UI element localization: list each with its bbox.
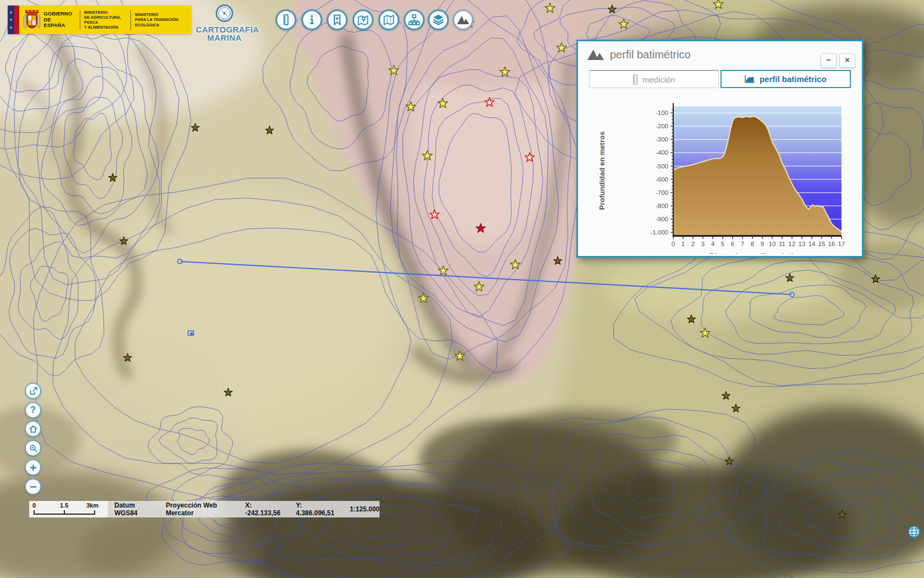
panel-title: perfil batimétrico: [610, 48, 691, 61]
scalebar-tick: [34, 510, 35, 515]
ruler-icon: [279, 13, 293, 26]
home-button[interactable]: [25, 421, 41, 437]
plus-icon: [29, 463, 38, 472]
info-icon: [305, 13, 318, 26]
globe-button[interactable]: [908, 525, 921, 541]
tab-medicion-label: medición: [642, 75, 675, 84]
x-tick-label: 0: [672, 241, 675, 247]
toolbar-bookmark-add-button[interactable]: [327, 9, 348, 30]
ministerio-transicion-label: MINISTERIOPARA LA TRANSICIÓN ECOLÓGICA: [135, 12, 191, 27]
folded-map-icon: [382, 13, 395, 26]
scalebar-mid: 1.5: [60, 502, 68, 509]
x-tick-label: 7: [741, 241, 744, 247]
status-bar: Datum WGS84 Proyección Web Mercator X: -…: [108, 501, 380, 517]
y-tick-label: -300: [656, 136, 668, 143]
tab-perfil-batimetrico[interactable]: perfil batimétrico: [721, 70, 851, 88]
toolbar-sitemap-button[interactable]: [404, 9, 425, 30]
help-button[interactable]: ?: [25, 402, 41, 418]
government-banner: ★★★ GOBIERNODE ESPAÑA MINISTERIODE AGRIC…: [8, 6, 191, 34]
mountain-icon: [456, 13, 470, 27]
gobierno-label: GOBIERNODE ESPAÑA: [43, 11, 72, 29]
x-tick-label: 15: [818, 241, 826, 247]
panel-header[interactable]: perfil batimétrico − ×: [578, 41, 862, 68]
x-tick-label: 2: [691, 241, 695, 247]
zoom-extent-button[interactable]: [25, 440, 41, 456]
brand-line1: CARTOGRAFIA: [196, 25, 253, 34]
help-glyph: ?: [30, 405, 36, 415]
flag-red-stripe: [14, 6, 20, 34]
sitemap-icon: [408, 13, 421, 26]
bookmark-add-icon: [331, 13, 344, 26]
coord-y: Y: 4.386.096,51: [296, 501, 334, 517]
toolbar-folded-map-button[interactable]: [378, 9, 399, 30]
x-tick-label: 10: [769, 241, 776, 247]
map-stage[interactable]: ★★★ GOBIERNODE ESPAÑA MINISTERIODE AGRIC…: [0, 0, 924, 578]
brand-line2: MARINA: [196, 34, 253, 42]
x-tick-label: 8: [751, 241, 754, 247]
x-tick-label: 3: [701, 241, 705, 247]
x-axis-title: Distancia en millas náuticas: [710, 252, 805, 254]
bathymetric-profile-panel: perfil batimétrico − × medición perfil b…: [576, 40, 864, 258]
profile-chart: -100-200-300-400-500-600-700-800-900-1.0…: [582, 91, 857, 256]
divider: [130, 10, 131, 30]
share-icon: [29, 386, 38, 396]
map-scalebar: 0 1.5 3km: [29, 501, 108, 517]
y-tick-label: -700: [656, 189, 668, 196]
y-tick-label: -800: [656, 203, 668, 209]
x-tick-label: 13: [799, 241, 806, 247]
minimize-button[interactable]: −: [821, 53, 837, 68]
globe-icon: [908, 525, 921, 538]
panel-tabs: medición perfil batimétrico: [589, 70, 851, 88]
mountain-icon: [587, 48, 604, 61]
y-tick-label: -200: [656, 123, 668, 129]
y-tick-label: -400: [656, 149, 668, 156]
x-tick-label: 4: [711, 241, 715, 247]
y-tick-label: -600: [656, 176, 668, 183]
x-tick-label: 5: [721, 241, 724, 247]
zoom-out-button[interactable]: [25, 478, 41, 495]
x-tick-label: 17: [838, 241, 845, 247]
toolbar-measure-button[interactable]: [276, 9, 296, 30]
y-axis-title: Profundidad en metros: [598, 132, 606, 210]
area-chart-icon: [745, 75, 755, 83]
layers-icon: [432, 13, 445, 26]
ruler-icon: [632, 74, 638, 85]
cartografia-marina-logo: CARTOGRAFIA MARINA: [196, 3, 253, 42]
scalebar-end: 3km: [86, 502, 98, 509]
scalebar-zero: 0: [32, 502, 36, 509]
toolbar-info-button[interactable]: [301, 9, 322, 30]
magnifier-icon: [29, 444, 38, 453]
minus-icon: [29, 482, 38, 492]
spain-coat-of-arms-icon: [24, 9, 40, 31]
scalebar-tick: [94, 510, 95, 515]
x-tick-label: 9: [761, 241, 764, 247]
share-button[interactable]: [25, 383, 41, 399]
tab-perfil-label: perfil batimétrico: [760, 74, 827, 84]
map-pin-icon: [356, 13, 370, 26]
x-tick-label: 16: [828, 241, 835, 247]
close-button[interactable]: ×: [839, 53, 855, 68]
divider: [80, 10, 80, 30]
compass-icon: [215, 3, 234, 23]
ministerio-agricultura-label: MINISTERIODE AGRICULTURA, PESCAY ALIMENT…: [84, 10, 127, 30]
profile-chart-svg: -100-200-300-400-500-600-700-800-900-1.0…: [582, 91, 857, 254]
datum-label: Datum WGS84: [114, 501, 150, 517]
x-tick-label: 6: [731, 241, 734, 247]
y-tick-label: -900: [656, 216, 668, 222]
toolbar-map-pin-button[interactable]: [353, 9, 373, 30]
x-tick-label: 11: [779, 241, 785, 247]
y-tick-label: -500: [656, 163, 668, 170]
scale-ratio: 1:125.000: [350, 505, 380, 513]
x-tick-label: 14: [809, 241, 816, 247]
projection-label: Proyección Web Mercator: [166, 501, 229, 517]
x-tick-label: 1: [681, 241, 685, 247]
toolbar-bathymetric-profile-button[interactable]: [453, 9, 474, 30]
y-tick-label: -1.000: [650, 229, 668, 236]
scalebar-tick: [64, 510, 65, 515]
coord-x: X: -242.133,56: [245, 501, 280, 517]
tab-medicion[interactable]: medición: [589, 70, 719, 88]
eu-flag-stripe: ★★★: [8, 6, 14, 34]
toolbar-layers-button[interactable]: [428, 9, 449, 30]
zoom-in-button[interactable]: [25, 459, 41, 476]
y-tick-label: -100: [656, 110, 668, 116]
